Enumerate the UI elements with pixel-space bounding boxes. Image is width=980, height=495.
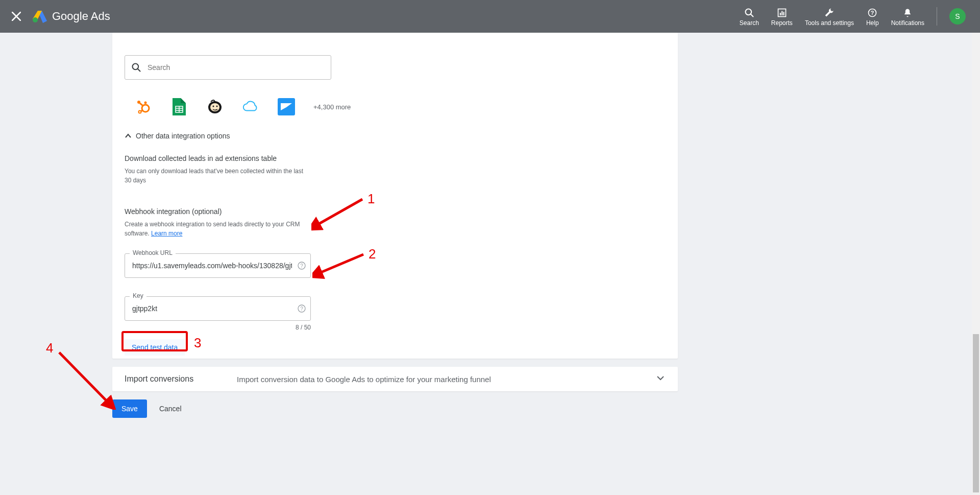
product-name: Google Ads [52,10,110,23]
bell-icon [902,7,913,19]
svg-point-17 [216,106,218,107]
reports-icon [777,7,787,19]
send-test-data-button[interactable]: Send test data [125,339,185,356]
topbar-divider [937,7,937,26]
svg-rect-5 [783,12,784,15]
webhook-section-desc: Create a webhook integration to send lea… [125,220,308,238]
webhook-key-label: Key [130,292,146,299]
import-conversions-title: Import conversions [125,374,237,384]
svg-line-25 [59,352,109,404]
import-conversions-desc: Import conversion data to Google Ads to … [237,375,655,384]
annotation-arrow-4 [55,348,116,410]
topbar-help[interactable]: ? Help [860,0,885,33]
learn-more-link[interactable]: Learn more [151,230,182,237]
campaign-monitor-icon[interactable] [278,98,295,115]
webhook-url-input[interactable] [125,253,311,278]
scrollbar-thumb[interactable] [973,334,979,492]
topbar-reports[interactable]: Reports [765,0,799,33]
vertical-scrollbar[interactable] [972,33,980,495]
import-conversions-panel[interactable]: Import conversions Import conversion dat… [112,367,678,391]
page-body: +4,300 more Other data integration optio… [0,33,980,495]
webhook-key-help-icon[interactable]: ? [298,304,306,313]
integrations-row: +4,300 more [135,98,666,115]
close-icon [12,12,21,21]
help-icon: ? [867,7,877,19]
annotation-number-3: 3 [194,335,201,351]
topbar-search[interactable]: Search [733,0,765,33]
chevron-down-icon[interactable] [655,373,666,385]
key-char-count: 8 / 50 [125,324,311,331]
svg-point-0 [33,17,38,22]
hubspot-icon[interactable] [135,98,152,115]
topbar: Google Ads Search Reports Tools and sett… [0,0,980,33]
close-button[interactable] [0,0,33,33]
topbar-tools[interactable]: Tools and settings [799,0,860,33]
svg-point-16 [213,106,214,107]
svg-point-9 [142,105,149,112]
svg-text:?: ? [871,10,874,16]
svg-rect-3 [780,13,781,15]
topbar-actions: Search Reports Tools and settings ? Help… [733,0,968,33]
user-avatar[interactable]: S [949,8,966,25]
svg-rect-4 [781,11,782,15]
integration-search-input[interactable] [148,63,325,72]
svg-text:?: ? [300,306,303,312]
other-options-toggle[interactable]: Other data integration options [125,132,666,140]
annotation-number-4: 4 [46,340,53,356]
search-icon [744,7,754,19]
save-button[interactable]: Save [112,399,147,418]
webhook-key-field: Key ? [125,296,311,321]
topbar-notifications[interactable]: Notifications [885,0,930,33]
action-bar: Save Cancel [112,399,182,418]
google-ads-logo-icon [33,10,47,23]
annotation-number-1: 1 [368,191,375,207]
webhook-url-help-icon[interactable]: ? [298,262,306,270]
webhook-section-title: Webhook integration (optional) [125,207,666,216]
webhook-key-input[interactable] [125,296,311,321]
product-logo: Google Ads [33,10,110,23]
search-icon [131,62,141,73]
integration-search-box[interactable] [125,55,331,80]
cloud-icon[interactable] [242,98,259,115]
lead-form-panel: +4,300 more Other data integration optio… [112,33,678,359]
mailchimp-icon[interactable] [206,98,224,115]
download-section-title: Download collected leads in ad extension… [125,154,666,162]
annotation-number-2: 2 [369,246,376,262]
webhook-url-label: Webhook URL [130,249,176,256]
chevron-up-icon [125,132,132,139]
cancel-button[interactable]: Cancel [159,405,182,413]
webhook-url-field: Webhook URL ? [125,253,311,278]
google-sheets-icon[interactable] [170,98,188,115]
more-integrations-link[interactable]: +4,300 more [313,103,351,111]
download-section-desc: You can only download leads that've been… [125,167,308,185]
svg-text:?: ? [300,263,303,269]
svg-point-10 [144,102,147,104]
wrench-icon [824,7,835,19]
